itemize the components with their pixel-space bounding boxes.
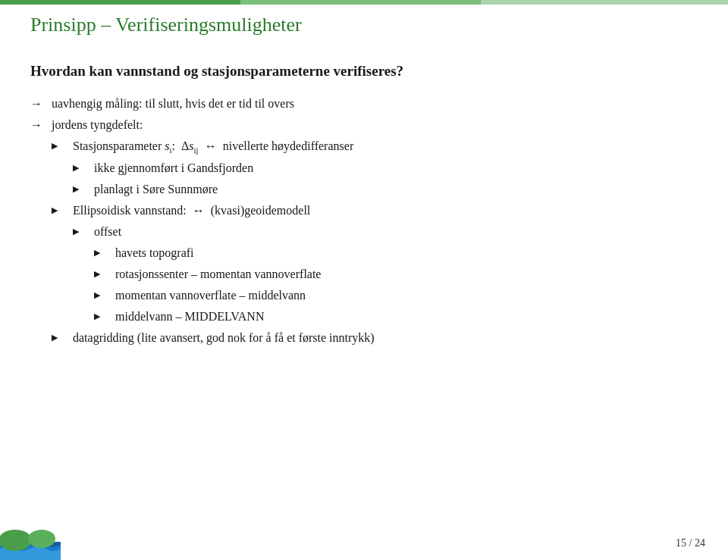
svg-point-1 [0, 530, 32, 551]
slide-title: Prinsipp – Verifiseringsmuligheter [30, 14, 698, 36]
list-item: jordens tyngdefelt: [30, 116, 698, 134]
bullet-text: uavhengig måling: til slutt, hvis det er… [52, 97, 294, 110]
list-item: planlagt i Søre Sunnmøre [73, 180, 698, 199]
list-item: datagridding (lite avansert, god nok for… [52, 329, 698, 347]
page-number: 15 / 24 [676, 537, 705, 549]
svg-point-2 [28, 530, 55, 548]
list-item: momentan vannoverflate – middelvann [94, 286, 698, 305]
top-accent-bar [0, 0, 728, 5]
bullet-text: datagridding (lite avansert, god nok for… [73, 331, 375, 344]
list-item: Ellipsoidisk vannstand: ↔ (kvasi)geoidem… [52, 202, 698, 220]
bullet-text: ikke gjennomført i Gandsfjorden [94, 161, 253, 174]
bullet-text: jordens tyngdefelt: [52, 118, 143, 131]
question-text: Hvordan kan vannstand og stasjonsparamet… [30, 61, 698, 83]
bullet-text: middelvann – MIDDELVANN [115, 310, 264, 323]
list-item: uavhengig måling: til slutt, hvis det er… [30, 95, 698, 113]
bullet-text: offset [94, 225, 121, 238]
list-item: rotasjonssenter – momentan vannoverflate [94, 265, 698, 283]
bullet-text: momentan vannoverflate – middelvann [115, 289, 306, 302]
slide-content: Hvordan kan vannstand og stasjonsparamet… [30, 61, 698, 522]
bullet-text: Stasjonsparameter si: Δsij ↔ nivellerte … [73, 139, 353, 152]
list-item: havets topografi [94, 244, 698, 262]
bullet-text: havets topografi [115, 246, 194, 259]
list-item: middelvann – MIDDELVANN [94, 308, 698, 326]
bullet-text: planlagt i Søre Sunnmøre [94, 183, 218, 196]
list-item: Stasjonsparameter si: Δsij ↔ nivellerte … [52, 137, 698, 157]
logo [0, 524, 61, 560]
bullet-text: rotasjonssenter – momentan vannoverflate [115, 267, 321, 280]
list-item: offset [73, 223, 698, 241]
bullet-text: Ellipsoidisk vannstand: ↔ (kvasi)geoidem… [73, 204, 310, 217]
list-item: ikke gjennomført i Gandsfjorden [73, 159, 698, 177]
bullet-list: uavhengig måling: til slutt, hvis det er… [30, 95, 698, 348]
